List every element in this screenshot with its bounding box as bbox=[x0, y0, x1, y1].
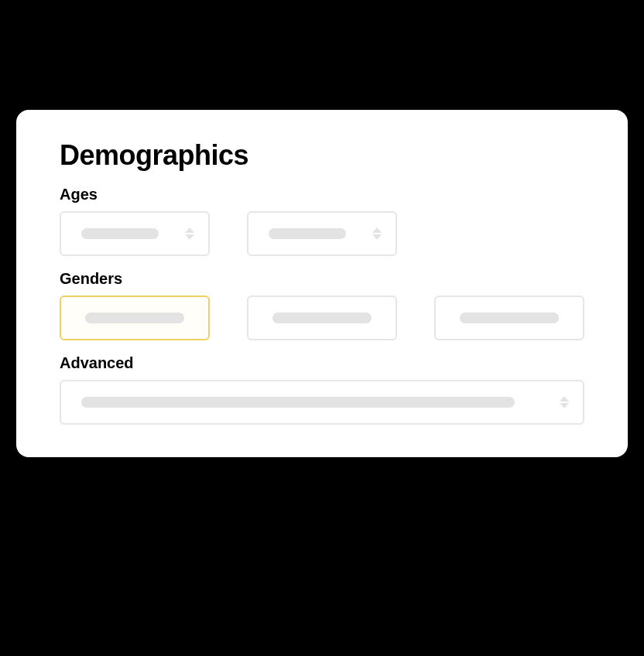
gender-option-1-label bbox=[85, 313, 184, 323]
chevron-up-icon bbox=[372, 227, 382, 233]
chevron-up-icon bbox=[560, 396, 569, 401]
gender-option-1[interactable] bbox=[60, 296, 210, 340]
chevron-down-icon bbox=[372, 234, 382, 240]
stepper-icon[interactable] bbox=[185, 227, 194, 240]
genders-row bbox=[60, 296, 584, 340]
age-max-stepper[interactable] bbox=[247, 211, 397, 256]
demographics-card: Demographics Ages Genders Adva bbox=[16, 110, 628, 457]
age-max-value bbox=[269, 228, 346, 239]
age-min-value bbox=[81, 228, 159, 239]
advanced-select[interactable] bbox=[60, 380, 584, 425]
stepper-icon[interactable] bbox=[560, 396, 569, 408]
age-min-stepper[interactable] bbox=[60, 211, 210, 256]
ages-label: Ages bbox=[60, 186, 584, 203]
gender-option-2-label bbox=[272, 313, 372, 323]
gender-option-2[interactable] bbox=[247, 296, 397, 340]
ages-row bbox=[60, 211, 584, 256]
gender-option-3[interactable] bbox=[434, 296, 584, 340]
advanced-label: Advanced bbox=[60, 354, 584, 372]
advanced-row bbox=[60, 380, 584, 425]
chevron-up-icon bbox=[185, 227, 194, 233]
stepper-icon[interactable] bbox=[372, 227, 382, 240]
gender-option-3-label bbox=[460, 313, 559, 323]
card-title: Demographics bbox=[60, 139, 584, 172]
chevron-down-icon bbox=[185, 234, 194, 240]
chevron-down-icon bbox=[560, 403, 569, 408]
advanced-value bbox=[81, 397, 515, 408]
genders-label: Genders bbox=[60, 270, 584, 288]
